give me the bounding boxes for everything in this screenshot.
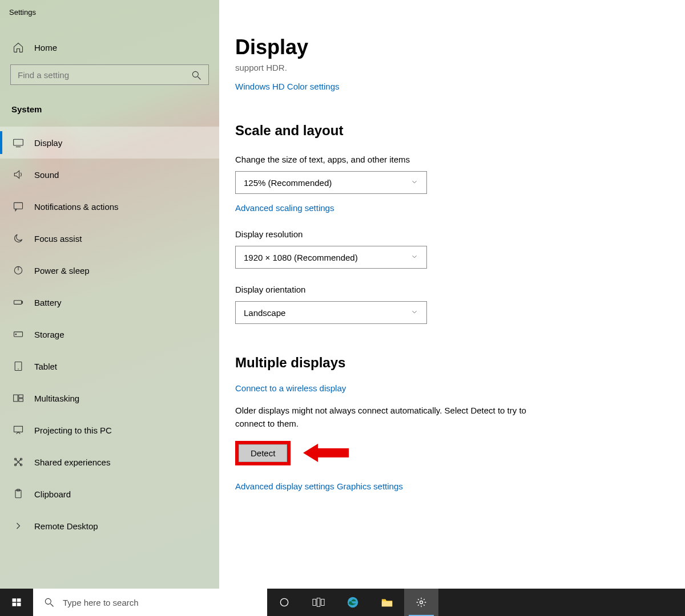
nav-focus-assist[interactable]: Focus assist [0,222,219,254]
taskbar-search-placeholder: Type here to search [63,598,139,607]
wireless-display-link[interactable]: Connect to a wireless display [235,383,346,393]
svg-rect-28 [17,603,21,606]
shared-icon [13,456,24,468]
scale-value: 125% (Recommended) [244,178,332,188]
svg-rect-25 [13,598,17,602]
detect-highlight: Detect [235,441,291,465]
svg-point-31 [280,598,288,606]
notifications-icon [13,201,24,212]
multitasking-icon [13,392,24,404]
nav-remote-desktop[interactable]: Remote Desktop [0,510,219,542]
svg-point-29 [45,598,51,604]
edge-icon [346,596,359,609]
svg-rect-13 [14,395,18,402]
svg-rect-2 [14,139,23,145]
annotation-arrow [303,443,349,463]
advanced-display-link[interactable]: Advanced display settings [235,481,334,491]
search-icon [191,70,202,81]
taskbar-taskview[interactable] [301,589,336,616]
nav-tablet[interactable]: Tablet [0,350,219,382]
nav-battery[interactable]: Battery [0,286,219,318]
advanced-scaling-link[interactable]: Advanced scaling settings [235,203,334,213]
page-title: Display [235,0,685,59]
scale-layout-heading: Scale and layout [235,123,685,139]
start-button[interactable] [0,589,33,616]
main-content: Display support HDR. Windows HD Color se… [219,0,685,589]
nav-notifications[interactable]: Notifications & actions [0,191,219,222]
taskbar-search[interactable]: Type here to search [33,589,267,616]
battery-icon [13,297,24,308]
svg-point-10 [15,334,17,335]
hdr-truncated-text: support HDR. [235,63,685,72]
svg-rect-4 [14,202,23,209]
home-icon [13,42,24,53]
section-label: System [0,85,219,114]
detect-description: Older displays might not always connect … [235,404,555,431]
graphics-settings-link[interactable]: Graphics settings [337,481,403,491]
taskbar-edge[interactable] [336,589,370,616]
home-label: Home [34,43,57,52]
orientation-label: Display orientation [235,285,685,294]
taskbar-settings[interactable] [404,589,438,616]
svg-rect-27 [13,603,17,606]
svg-rect-32 [313,599,316,606]
windows-icon [11,597,22,607]
projecting-icon [13,424,24,436]
svg-rect-36 [382,601,392,606]
remote-icon [13,520,24,532]
moon-icon [13,233,24,244]
detect-button[interactable]: Detect [239,444,287,462]
svg-point-37 [420,601,423,604]
orientation-dropdown[interactable]: Landscape [235,301,427,324]
multiple-displays-heading: Multiple displays [235,355,685,371]
storage-icon [13,329,24,340]
svg-point-0 [192,71,198,77]
search-input[interactable] [10,64,209,85]
nav-storage[interactable]: Storage [0,318,219,350]
nav-shared-experiences[interactable]: Shared experiences [0,446,219,478]
nav-sound[interactable]: Sound [0,159,219,191]
chevron-down-icon [410,178,418,188]
svg-marker-24 [303,444,349,462]
svg-rect-33 [317,598,320,607]
clipboard-icon [13,488,24,500]
nav-list: Display Sound Notifications & actions Fo… [0,127,219,542]
chevron-down-icon [410,253,418,262]
scale-label: Change the size of text, apps, and other… [235,155,685,164]
sidebar: Settings Home System Display Sound Notif… [0,0,219,589]
scale-dropdown[interactable]: 125% (Recommended) [235,171,427,194]
svg-rect-34 [321,599,325,606]
hd-color-settings-link[interactable]: Windows HD Color settings [235,82,340,91]
svg-rect-14 [19,395,23,398]
gear-icon [416,597,427,608]
svg-rect-8 [22,301,23,303]
svg-rect-16 [14,426,23,432]
resolution-value: 1920 × 1080 (Recommended) [244,253,358,262]
svg-rect-7 [14,301,22,305]
sound-icon [13,169,24,180]
taskbar-cortana[interactable] [267,589,301,616]
chevron-down-icon [410,308,418,318]
svg-point-35 [348,597,358,607]
svg-line-1 [198,77,201,80]
display-icon [13,137,24,148]
nav-multitasking[interactable]: Multitasking [0,382,219,414]
taskview-icon [312,597,325,608]
svg-line-30 [51,604,54,607]
nav-power-sleep[interactable]: Power & sleep [0,254,219,286]
app-title: Settings [0,0,219,17]
home-button[interactable]: Home [0,17,219,53]
resolution-dropdown[interactable]: 1920 × 1080 (Recommended) [235,246,427,269]
svg-rect-26 [17,598,21,602]
taskbar-explorer[interactable] [370,589,404,616]
resolution-label: Display resolution [235,229,685,239]
search-icon [43,597,55,608]
power-icon [13,265,24,276]
orientation-value: Landscape [244,308,285,318]
nav-projecting[interactable]: Projecting to this PC [0,414,219,446]
svg-rect-15 [19,399,23,402]
nav-clipboard[interactable]: Clipboard [0,478,219,510]
nav-display[interactable]: Display [0,127,219,159]
folder-icon [381,597,393,608]
taskbar: Type here to search [0,589,685,616]
